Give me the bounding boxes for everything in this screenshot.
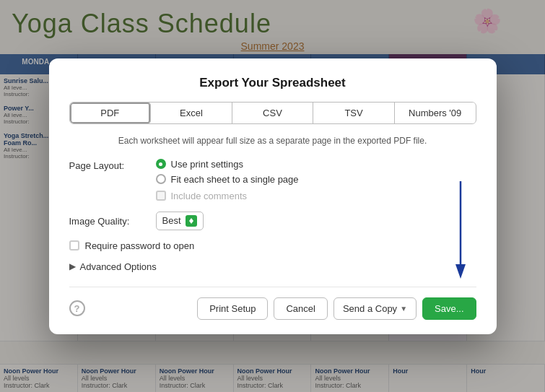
- tab-pdf[interactable]: PDF: [70, 103, 152, 123]
- pdf-description: Each worksheet will appear full size as …: [69, 136, 476, 146]
- page-layout-options: Use print settings Fit each sheet to a s…: [156, 159, 299, 201]
- cancel-button[interactable]: Cancel: [274, 297, 327, 320]
- send-copy-label: Send a Copy: [343, 303, 397, 314]
- page-layout-section: Page Layout: Use print settings Fit each…: [69, 159, 476, 201]
- send-copy-button[interactable]: Send a Copy ▼: [333, 297, 417, 320]
- advanced-label: Advanced Options: [80, 261, 157, 272]
- export-modal: Export Your Spreadsheet PDF Excel CSV TS…: [49, 58, 497, 334]
- tab-excel[interactable]: Excel: [151, 103, 232, 123]
- modal-footer: ? Print Setup Cancel Send a Copy ▼ Save.…: [69, 287, 476, 320]
- image-quality-label: Image Quality:: [69, 214, 156, 227]
- password-section: Require password to open: [69, 240, 476, 251]
- quality-select-dropdown[interactable]: Best: [156, 212, 204, 230]
- image-quality-section: Image Quality: Best: [69, 212, 476, 230]
- quality-arrow-icon: [186, 215, 197, 227]
- format-tabs: PDF Excel CSV TSV Numbers '09: [69, 102, 476, 124]
- advanced-chevron-icon: ▶: [69, 261, 76, 271]
- radio-fit-sheet[interactable]: Fit each sheet to a single page: [156, 174, 299, 185]
- help-button[interactable]: ?: [69, 300, 85, 316]
- print-setup-button[interactable]: Print Setup: [197, 297, 268, 320]
- checkbox-include-comments[interactable]: Include comments: [156, 191, 299, 201]
- radio-use-print-circle: [156, 159, 166, 169]
- tab-numbers[interactable]: Numbers '09: [395, 103, 476, 123]
- radio-fit-sheet-circle: [156, 174, 166, 184]
- include-comments-checkbox: [156, 191, 166, 201]
- radio-use-print[interactable]: Use print settings: [156, 159, 299, 170]
- tab-csv[interactable]: CSV: [232, 103, 314, 123]
- send-copy-dropdown-arrow: ▼: [400, 305, 407, 313]
- radio-use-print-label: Use print settings: [171, 159, 243, 170]
- page-layout-label: Page Layout:: [69, 159, 156, 171]
- password-checkbox[interactable]: [69, 240, 79, 251]
- advanced-options-row[interactable]: ▶ Advanced Options: [69, 261, 476, 272]
- modal-title: Export Your Spreadsheet: [69, 76, 476, 90]
- password-label: Require password to open: [85, 240, 195, 251]
- quality-value: Best: [162, 215, 181, 226]
- include-comments-label: Include comments: [171, 191, 248, 201]
- modal-overlay: Export Your Spreadsheet PDF Excel CSV TS…: [0, 0, 545, 392]
- tab-tsv[interactable]: TSV: [313, 103, 395, 123]
- save-button[interactable]: Save...: [422, 297, 476, 320]
- radio-fit-sheet-label: Fit each sheet to a single page: [171, 174, 299, 185]
